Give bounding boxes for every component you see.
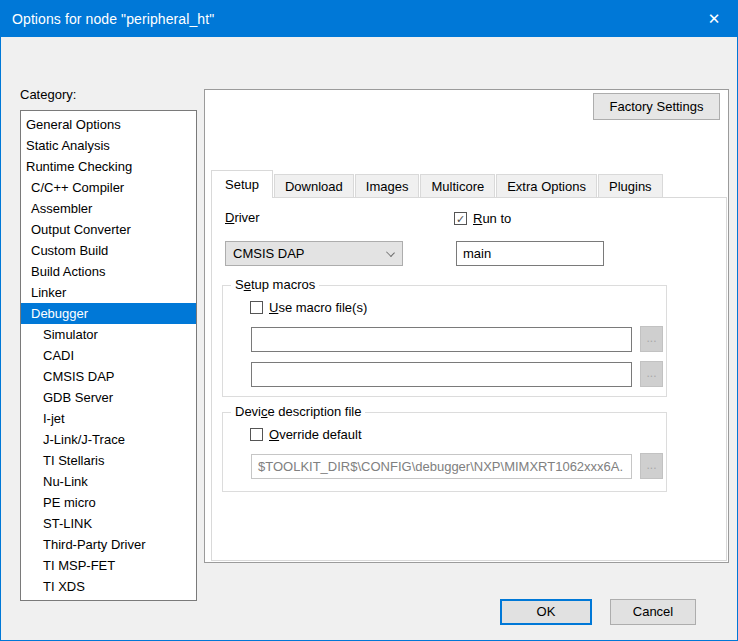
run-to-label: Run to — [473, 211, 511, 226]
factory-settings-button[interactable]: Factory Settings — [593, 93, 720, 120]
category-item-ti-xds[interactable]: TI XDS — [21, 576, 196, 597]
chevron-down-icon — [386, 248, 395, 257]
setup-tab-page: Driver CMSIS DAP ✓ Run to main Setup mac… — [211, 197, 727, 561]
category-item-ti-stellaris[interactable]: TI Stellaris — [21, 450, 196, 471]
category-item-i-jet[interactable]: I-jet — [21, 408, 196, 429]
options-panel: Factory Settings SetupDownloadImagesMult… — [204, 89, 729, 563]
category-label: Category: — [20, 87, 76, 102]
category-item-linker[interactable]: Linker — [21, 282, 196, 303]
setup-macros-legend: Setup macros — [231, 277, 319, 292]
run-to-checkbox-box[interactable]: ✓ — [454, 212, 467, 225]
category-item-assembler[interactable]: Assembler — [21, 198, 196, 219]
category-item-debugger[interactable]: Debugger — [21, 303, 196, 324]
override-default-label: Override default — [269, 427, 362, 442]
dialog-title: Options for node "peripheral_ht" — [1, 11, 214, 27]
category-item-ti-msp-fet[interactable]: TI MSP-FET — [21, 555, 196, 576]
category-item-pe-micro[interactable]: PE micro — [21, 492, 196, 513]
device-description-legend: Device description file — [231, 404, 365, 419]
category-item-third-party-driver[interactable]: Third-Party Driver — [21, 534, 196, 555]
close-icon[interactable]: ✕ — [691, 1, 737, 37]
use-macro-files-label: Use macro file(s) — [269, 300, 367, 315]
cancel-button[interactable]: Cancel — [610, 599, 696, 625]
tab-images[interactable]: Images — [355, 174, 420, 198]
category-item-simulator[interactable]: Simulator — [21, 324, 196, 345]
category-item-static-analysis[interactable]: Static Analysis — [21, 135, 196, 156]
category-item-output-converter[interactable]: Output Converter — [21, 219, 196, 240]
category-item-st-link[interactable]: ST-LINK — [21, 513, 196, 534]
override-default-checkbox-box[interactable] — [250, 428, 263, 441]
category-item-j-link-j-trace[interactable]: J-Link/J-Trace — [21, 429, 196, 450]
driver-label: Driver — [225, 210, 260, 225]
run-to-input[interactable]: main — [456, 241, 604, 266]
category-item-cadi[interactable]: CADI — [21, 345, 196, 366]
category-list[interactable]: General OptionsStatic AnalysisRuntime Ch… — [20, 110, 197, 601]
category-item-build-actions[interactable]: Build Actions — [21, 261, 196, 282]
driver-dropdown-value: CMSIS DAP — [233, 246, 305, 261]
category-item-general-options[interactable]: General Options — [21, 114, 196, 135]
use-macro-files-checkbox[interactable]: Use macro file(s) — [250, 300, 367, 315]
macro-file-1-browse-button[interactable]: ... — [640, 326, 663, 352]
tab-extra-options[interactable]: Extra Options — [496, 174, 597, 198]
macro-file-1-input[interactable] — [251, 327, 632, 352]
setup-macros-group: Setup macros Use macro file(s) ... ... — [222, 285, 667, 397]
category-item-runtime-checking[interactable]: Runtime Checking — [21, 156, 196, 177]
category-item-gdb-server[interactable]: GDB Server — [21, 387, 196, 408]
override-default-checkbox[interactable]: Override default — [250, 427, 362, 442]
driver-dropdown[interactable]: CMSIS DAP — [225, 241, 403, 266]
titlebar: Options for node "peripheral_ht" ✕ — [1, 1, 737, 37]
device-description-browse-button[interactable]: ... — [640, 453, 663, 479]
device-description-group: Device description file Override default… — [222, 412, 667, 492]
use-macro-files-checkbox-box[interactable] — [250, 301, 263, 314]
tab-plugins[interactable]: Plugins — [598, 174, 663, 198]
category-item-custom-build[interactable]: Custom Build — [21, 240, 196, 261]
category-item-c-c-compiler[interactable]: C/C++ Compiler — [21, 177, 196, 198]
macro-file-2-input[interactable] — [251, 362, 632, 387]
tab-multicore[interactable]: Multicore — [420, 174, 495, 198]
options-dialog: Options for node "peripheral_ht" ✕ Categ… — [0, 0, 738, 641]
category-item-nu-link[interactable]: Nu-Link — [21, 471, 196, 492]
tab-setup[interactable]: Setup — [211, 170, 273, 198]
run-to-checkbox[interactable]: ✓ Run to — [454, 211, 511, 226]
category-item-cmsis-dap[interactable]: CMSIS DAP — [21, 366, 196, 387]
macro-file-2-browse-button[interactable]: ... — [640, 361, 663, 387]
tab-download[interactable]: Download — [274, 174, 354, 198]
device-description-path-input[interactable]: $TOOLKIT_DIR$\CONFIG\debugger\NXP\MIMXRT… — [251, 454, 632, 479]
tabstrip: SetupDownloadImagesMulticoreExtra Option… — [211, 170, 664, 198]
ok-button[interactable]: OK — [500, 599, 592, 625]
